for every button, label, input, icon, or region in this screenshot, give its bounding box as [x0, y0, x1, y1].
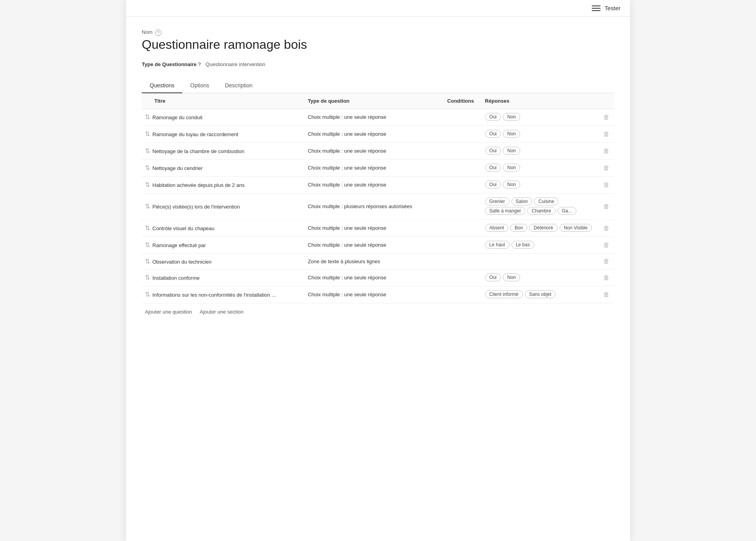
delete-icon[interactable]: 🗑: [602, 256, 611, 266]
drag-handle[interactable]: ⇅: [145, 148, 152, 154]
meta-row: Type de Questionnaire ? Questionnaire in…: [142, 61, 614, 67]
drag-handle[interactable]: ⇅: [145, 181, 152, 188]
cell-type: Choix multiple : une seule réponse: [305, 109, 444, 126]
nom-field-label: Nom ?: [142, 29, 614, 36]
response-chip: Ga...: [558, 207, 576, 215]
delete-icon[interactable]: 🗑: [602, 163, 611, 173]
tab-questions[interactable]: Questions: [142, 78, 182, 93]
drag-handle[interactable]: ⇅: [145, 274, 152, 281]
cell-reponses: AbsentBonDétérioréNon Visible: [482, 220, 598, 236]
cell-type: Choix multiple : une seule réponse: [305, 142, 444, 159]
drag-handle[interactable]: ⇅: [145, 114, 152, 120]
drag-handle[interactable]: ⇅: [145, 291, 152, 298]
cell-type: Choix multiple : une seule réponse: [305, 176, 444, 193]
delete-icon[interactable]: 🗑: [602, 290, 611, 299]
tabs: Questions Options Description: [142, 78, 614, 93]
response-chip: Bon: [510, 224, 527, 232]
titre-text: Nettoyage de la chambre de combustion: [152, 148, 244, 154]
questions-table: Titre Type de question Conditions Répons…: [142, 93, 614, 303]
response-chip: Oui: [485, 130, 501, 138]
titre-text: Ramonage effectué par: [152, 242, 206, 248]
titre-text: Observation du technicien: [152, 259, 211, 265]
type-help-icon[interactable]: ?: [198, 61, 201, 67]
response-chip: Non: [503, 147, 520, 155]
titre-text: Installation conforme: [152, 275, 200, 281]
titre-text: Habitation achevée depuis plus de 2 ans: [152, 182, 245, 188]
menu-icon[interactable]: [592, 6, 600, 11]
cell-type: Choix multiple : une seule réponse: [305, 126, 444, 142]
cell-reponses: OuiNon: [482, 159, 598, 176]
delete-icon[interactable]: 🗑: [602, 223, 611, 233]
tab-description[interactable]: Description: [217, 78, 260, 93]
cell-titre: ⇅Contrôle visuel du chapeau: [142, 220, 305, 236]
table-row: ⇅Nettoyage de la chambre de combustionCh…: [142, 142, 614, 159]
response-chip: Non Visible: [560, 224, 592, 232]
add-section-link[interactable]: Ajouter une section: [200, 309, 243, 315]
col-header-titre: Titre: [142, 93, 305, 109]
drag-handle[interactable]: ⇅: [145, 225, 152, 231]
type-label: Type de Questionnaire ?: [142, 61, 201, 67]
cell-reponses: OuiNon: [482, 109, 598, 126]
response-chip: Salon: [511, 198, 532, 205]
response-chip: Non: [503, 181, 520, 188]
cell-conditions: [444, 159, 482, 176]
cell-actions: 🗑: [598, 269, 614, 286]
cell-conditions: [444, 286, 482, 303]
delete-icon[interactable]: 🗑: [602, 273, 611, 283]
cell-conditions: [444, 253, 482, 269]
cell-titre: ⇅Observation du technicien: [142, 253, 305, 269]
table-header-row: Titre Type de question Conditions Répons…: [142, 93, 614, 109]
header: Tester: [126, 0, 630, 17]
response-chip: Oui: [485, 181, 501, 188]
delete-icon[interactable]: 🗑: [602, 201, 611, 211]
drag-handle[interactable]: ⇅: [145, 164, 152, 171]
response-chip: Le bas: [511, 241, 534, 249]
cell-reponses: OuiNon: [482, 126, 598, 142]
response-chip: Non: [503, 113, 520, 121]
delete-icon[interactable]: 🗑: [602, 180, 611, 190]
cell-titre: ⇅Habitation achevée depuis plus de 2 ans: [142, 176, 305, 193]
cell-reponses: Client informéSans objet: [482, 286, 598, 303]
cell-conditions: [444, 220, 482, 236]
cell-titre: ⇅Ramonage du tuyau de raccordement: [142, 126, 305, 142]
table-row: ⇅Pièce(s) visitée(s) lors de l'intervent…: [142, 193, 614, 220]
cell-type: Choix multiple : une seule réponse: [305, 220, 444, 236]
drag-handle[interactable]: ⇅: [145, 242, 152, 248]
cell-titre: ⇅Pièce(s) visitée(s) lors de l'intervent…: [142, 193, 305, 220]
col-header-reponses: Réponses: [482, 93, 598, 109]
response-chip: Non: [503, 130, 520, 138]
delete-icon[interactable]: 🗑: [602, 240, 611, 250]
cell-actions: 🗑: [598, 220, 614, 236]
cell-titre: ⇅Ramonage effectué par: [142, 236, 305, 253]
tab-options[interactable]: Options: [182, 78, 217, 93]
titre-text: Ramonage du tuyau de raccordement: [152, 131, 238, 137]
drag-handle[interactable]: ⇅: [145, 258, 152, 265]
delete-icon[interactable]: 🗑: [602, 129, 611, 139]
cell-conditions: [444, 109, 482, 126]
table-row: ⇅Contrôle visuel du chapeauChoix multipl…: [142, 220, 614, 236]
table-row: ⇅Observation du technicienZone de texte …: [142, 253, 614, 269]
nom-help-icon[interactable]: ?: [155, 30, 161, 36]
cell-actions: 🗑: [598, 176, 614, 193]
table-row: ⇅Habitation achevée depuis plus de 2 ans…: [142, 176, 614, 193]
drag-handle[interactable]: ⇅: [145, 203, 152, 210]
add-question-link[interactable]: Ajouter une question: [145, 309, 192, 315]
page-title: Questionnaire ramonage bois: [142, 37, 614, 52]
main-content: Nom ? Questionnaire ramonage bois Type d…: [126, 17, 630, 333]
cell-type: Choix multiple : une seule réponse: [305, 286, 444, 303]
cell-actions: 🗑: [598, 159, 614, 176]
drag-handle[interactable]: ⇅: [145, 131, 152, 137]
titre-text: Pièce(s) visitée(s) lors de l'interventi…: [152, 204, 240, 210]
cell-conditions: [444, 193, 482, 220]
titre-text: Informations sur les non-conformités de …: [152, 292, 276, 298]
cell-reponses: GrenierSalonCuisineSalle à mangerChambre…: [482, 193, 598, 220]
cell-titre: ⇅Nettoyage de la chambre de combustion: [142, 142, 305, 159]
cell-actions: 🗑: [598, 253, 614, 269]
cell-actions: 🗑: [598, 142, 614, 159]
cell-actions: 🗑: [598, 126, 614, 142]
delete-icon[interactable]: 🗑: [602, 112, 611, 122]
titre-text: Contrôle visuel du chapeau: [152, 225, 215, 231]
titre-text: Nettoyage du cendrier: [152, 165, 203, 171]
delete-icon[interactable]: 🗑: [602, 146, 611, 156]
col-header-actions: [598, 93, 614, 109]
